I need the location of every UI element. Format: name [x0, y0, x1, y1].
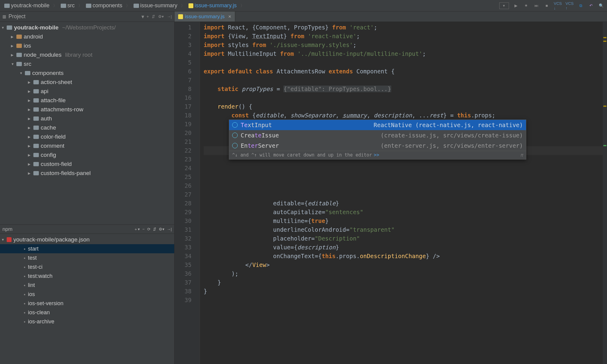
tree-arrow-icon[interactable]: ▶	[11, 44, 15, 48]
npm-task[interactable]: ●test-ci	[0, 262, 174, 271]
tree-arrow-icon[interactable]: ▶	[28, 108, 32, 112]
search-everywhere-button[interactable]: 🔍	[598, 2, 605, 9]
tree-arrow-icon[interactable]: ▶	[28, 89, 32, 93]
tree-arrow-icon[interactable]: ▼	[19, 71, 23, 75]
tree-arrow-icon[interactable]: ▶	[28, 144, 32, 148]
npm-task[interactable]: ●ios-clean	[0, 308, 174, 317]
bullet-icon: ●	[24, 256, 25, 260]
add-button[interactable]: ＋▾	[134, 227, 140, 232]
tree-node[interactable]: ▶attachments-row	[0, 105, 174, 114]
bullet-icon: ●	[24, 302, 25, 305]
coverage-button[interactable]: ⏭	[533, 2, 540, 9]
tree-node[interactable]: ▶config	[0, 150, 174, 160]
tree-node[interactable]: ▶node_moduleslibrary root	[0, 50, 174, 59]
fold-gutter[interactable]	[195, 22, 200, 364]
editor-tabs: issue-summary.js ×	[175, 12, 607, 22]
tree-node[interactable]: ▶color-field	[0, 132, 174, 141]
tree-arrow-icon[interactable]: ▶	[28, 126, 32, 130]
npm-task[interactable]: ●ios-set-version	[0, 299, 174, 308]
folder-icon	[33, 162, 39, 166]
tree-arrow-icon[interactable]: ▶	[28, 162, 32, 166]
autocomplete-item[interactable]: TextInputReactNative (react-native.js, r…	[229, 120, 526, 130]
tree-arrow-icon[interactable]: ▶	[28, 171, 32, 175]
tree-arrow-icon[interactable]: ▶	[11, 53, 15, 57]
breadcrumb-item-file[interactable]: issue-summary.js	[187, 2, 239, 9]
autocomplete-item[interactable]: CreateIssue(create-issue.js, src/views/c…	[229, 130, 526, 140]
tree-arrow-icon[interactable]: ▶	[28, 99, 32, 103]
breadcrumb-item[interactable]: components	[84, 2, 124, 9]
tree-node[interactable]: ▶action-sheet	[0, 78, 174, 87]
tree-node[interactable]: ▶ios	[0, 41, 174, 50]
chevron-down-icon[interactable]: ▼	[1, 238, 5, 241]
tree-root[interactable]: ▼ youtrack-mobile ~/WebstormProjects/	[0, 23, 174, 32]
remove-button[interactable]: −	[142, 227, 145, 231]
npm-task[interactable]: ●lint	[0, 281, 174, 290]
tree-arrow-icon[interactable]: ▶	[11, 35, 15, 39]
breadcrumb-item[interactable]: issue-summary	[132, 2, 179, 9]
revert-button[interactable]: ↶	[588, 2, 594, 9]
npm-task[interactable]: ●ios-archive	[0, 317, 174, 326]
line-number-gutter[interactable]: 1234567816171819202122232425262728293031…	[175, 22, 195, 364]
folder-icon	[134, 4, 139, 8]
npm-task[interactable]: ●test:watch	[0, 271, 174, 281]
npm-panel-title: npm	[2, 226, 131, 232]
refresh-button[interactable]: ⟳	[147, 227, 151, 231]
npm-task[interactable]: ●ios	[0, 290, 174, 299]
debug-button[interactable]: ✷	[523, 2, 530, 9]
tree-node[interactable]: ▶attach-file	[0, 96, 174, 105]
autocomplete-item[interactable]: EnterServer(enter-server.js, src/views/e…	[229, 140, 526, 151]
tree-node[interactable]: ▼src	[0, 59, 174, 69]
chevron-right-icon: 〉	[126, 3, 130, 8]
breadcrumb: youtrack-mobile 〉 src 〉 components 〉 iss…	[2, 2, 498, 9]
folder-icon	[33, 171, 39, 175]
close-tab-button[interactable]: ×	[228, 14, 231, 20]
npm-tree[interactable]: ▼ youtrack-mobile/package.json ●start●te…	[0, 234, 174, 364]
project-icon: ▥	[2, 14, 6, 19]
locate-button[interactable]: ⌖	[147, 14, 149, 19]
tree-arrow-icon[interactable]: ▶	[28, 117, 32, 121]
tree-node[interactable]: ▶android	[0, 32, 174, 41]
react-component-icon	[232, 133, 238, 138]
breadcrumb-item[interactable]: src	[59, 2, 76, 9]
npm-task[interactable]: ●test	[0, 253, 174, 262]
tree-node[interactable]: ▼components	[0, 69, 174, 78]
folder-icon	[33, 153, 39, 157]
editor-tab[interactable]: issue-summary.js ×	[175, 12, 235, 22]
folder-icon	[33, 116, 39, 121]
chevron-down-icon[interactable]: ▼	[1, 26, 5, 29]
hide-button[interactable]: →|	[167, 14, 172, 19]
run-button[interactable]: ▶	[513, 2, 519, 9]
changes-button[interactable]: ⧉	[577, 2, 584, 9]
vcs-update-button[interactable]: VCS↓	[554, 1, 562, 10]
tree-node[interactable]: ▶comment	[0, 141, 174, 150]
tree-node[interactable]: ▶auth	[0, 114, 174, 123]
bullet-icon: ●	[24, 293, 25, 296]
breadcrumb-item[interactable]: youtrack-mobile	[2, 2, 51, 9]
run-config-dropdown[interactable]: ▾	[499, 2, 509, 9]
autocomplete-popup[interactable]: TextInputReactNative (react-native.js, r…	[229, 120, 526, 160]
tree-node[interactable]: ▶cache	[0, 123, 174, 132]
code-content[interactable]: import React, {Component, PropTypes} fro…	[200, 22, 603, 364]
hide-button[interactable]: →|	[167, 227, 172, 231]
tree-arrow-icon[interactable]: ▶	[28, 80, 32, 84]
npm-task[interactable]: ●start	[0, 244, 174, 253]
stop-button[interactable]: ■	[544, 2, 550, 9]
collapse-all-button[interactable]: ⇵	[152, 14, 155, 19]
error-stripe[interactable]	[603, 22, 607, 364]
project-tree[interactable]: ▼ youtrack-mobile ~/WebstormProjects/ ▶a…	[0, 22, 174, 224]
code-editor[interactable]: 1234567816171819202122232425262728293031…	[175, 22, 607, 364]
tree-node[interactable]: ▶custom-field	[0, 160, 174, 169]
settings-button[interactable]: ⚙▾	[158, 14, 164, 19]
tree-arrow-icon[interactable]: ▶	[28, 153, 32, 157]
tree-node[interactable]: ▶custom-fields-panel	[0, 169, 174, 178]
settings-button[interactable]: ⚙▾	[159, 227, 164, 231]
tree-node[interactable]: ▶api	[0, 87, 174, 96]
collapse-button[interactable]: ⇵	[153, 227, 156, 231]
autocomplete-more-link[interactable]: >>	[374, 151, 379, 160]
npm-root[interactable]: ▼ youtrack-mobile/package.json	[0, 235, 174, 244]
project-panel-title[interactable]: Project ▾	[8, 13, 144, 20]
folder-icon	[33, 144, 39, 148]
tree-arrow-icon[interactable]: ▶	[28, 135, 32, 139]
tree-arrow-icon[interactable]: ▼	[11, 62, 15, 66]
vcs-commit-button[interactable]: VCS↑	[565, 1, 574, 10]
